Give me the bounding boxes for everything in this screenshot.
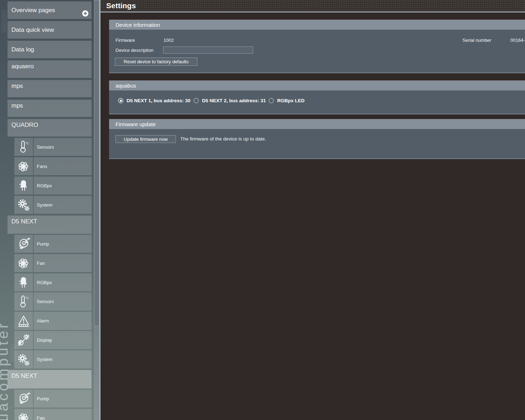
sidebar-item-label: Overview pages	[11, 7, 55, 14]
sidebar-subitem-d5next1-rgbpx[interactable]: RGBpx	[8, 273, 92, 291]
panel-header: Device information	[109, 20, 525, 30]
sidebar-device-d5next-1[interactable]: D5 NEXT	[8, 216, 92, 234]
title-separator	[100, 11, 525, 13]
device-label: QUADRO	[11, 122, 38, 128]
sidebar-subitem-d5next2-fan[interactable]: Fan	[8, 409, 92, 420]
sidebar-device-quadro[interactable]: QUADRO	[8, 119, 92, 137]
panel-title: Firmware update	[116, 121, 156, 127]
panel-header: aquabus	[109, 80, 525, 90]
sidebar-subitem-d5next1-pump[interactable]: Pump	[8, 235, 92, 253]
sidebar-subitem-d5next1-alarm[interactable]: Alarm	[8, 312, 92, 330]
panel-title: aquabus	[116, 83, 136, 89]
fan-icon	[14, 409, 33, 420]
device-label: D5 NEXT	[11, 218, 37, 225]
panel-title: Device information	[116, 22, 160, 28]
sidebar-subitem-quadro-fans[interactable]: Fans	[8, 157, 92, 175]
device-label: mps	[11, 102, 23, 109]
subitem-label: Fans	[37, 164, 47, 169]
sidebar-item-data-quick-view[interactable]: Data quick view	[8, 21, 92, 39]
sidebar-subitem-quadro-sensors[interactable]: Sensors	[8, 138, 92, 156]
sidebar-subitem-d5next2-pump[interactable]: Pump	[8, 390, 92, 407]
subitem-label: System	[37, 357, 52, 362]
serial-number-label: Serial number	[462, 38, 491, 43]
sidebar-item-data-log[interactable]: Data log	[8, 41, 92, 58]
decorative-dots	[1, 10, 6, 33]
subitem-label: RGBpx	[37, 183, 52, 188]
gears-icon	[14, 350, 33, 369]
firmware-status-text: The firmware of the device is up to date…	[180, 135, 266, 143]
aquasuite-window: aquacomputer Overview pages Data quick v…	[0, 0, 525, 420]
thermometer-icon	[14, 138, 33, 156]
device-label: D5 NEXT	[11, 372, 37, 379]
led-icon	[14, 177, 33, 194]
pump-icon	[14, 235, 33, 253]
fan-icon	[14, 254, 33, 272]
radio-label: D5 NEXT 2, bus address: 31	[202, 98, 266, 103]
sidebar-subitem-d5next1-display[interactable]: Display	[8, 331, 92, 349]
gears-icon	[14, 196, 33, 214]
radio-icon	[269, 98, 274, 103]
sidebar-subitem-quadro-system[interactable]: System	[8, 196, 92, 214]
sidebar-device-aquaero[interactable]: aquaero	[8, 60, 92, 78]
radio-rgbpx-led[interactable]: RGBpx LED	[269, 98, 305, 103]
led-icon	[14, 273, 33, 291]
radio-d5next1-bus30[interactable]: D5 NEXT 1, bus address: 30	[118, 98, 191, 103]
firmware-update-panel: Firmware update Update firmware now The …	[109, 119, 525, 159]
page-title: Settings	[106, 1, 136, 10]
scrollbar-thumb[interactable]	[94, 0, 99, 326]
device-label: aquaero	[11, 63, 34, 70]
alarm-icon	[14, 312, 33, 330]
radio-label: RGBpx LED	[277, 98, 305, 103]
page-title-bar: Settings	[100, 0, 525, 11]
aquabus-panel: aquabus D5 NEXT 1, bus address: 30 D5 NE…	[109, 80, 525, 114]
display-icon	[14, 331, 33, 349]
sidebar-device-mps-2[interactable]: mps	[8, 100, 92, 117]
firmware-label: Firmware	[116, 38, 135, 43]
subitem-label: Fan	[37, 261, 45, 266]
subitem-label: Pump	[37, 396, 49, 401]
sidebar-subitem-d5next1-sensors[interactable]: Sensors	[8, 292, 92, 311]
sidebar-item-overview-pages[interactable]: Overview pages	[8, 1, 92, 19]
reset-factory-defaults-button[interactable]: Reset device to factory defaults	[115, 58, 197, 66]
add-overview-page-icon[interactable]	[82, 10, 89, 17]
sidebar-subitem-d5next1-system[interactable]: System	[8, 350, 92, 369]
settings-page: Settings Device information Firmware 100…	[100, 0, 525, 420]
panel-header: Firmware update	[109, 119, 525, 129]
sidebar-item-label: Data quick view	[11, 26, 54, 34]
device-description-input[interactable]	[163, 46, 253, 54]
radio-icon	[118, 98, 123, 103]
update-firmware-button[interactable]: Update firmware now	[116, 135, 176, 143]
sidebar-subitem-quadro-rgbpx[interactable]: RGBpx	[8, 177, 92, 194]
subitem-label: Fan	[37, 415, 45, 420]
sidebar-subitem-d5next1-fan[interactable]: Fan	[8, 254, 92, 272]
firmware-value: 1002	[163, 38, 174, 43]
radio-icon	[193, 98, 199, 103]
subitem-label: RGBpx	[37, 280, 52, 285]
subitem-label: Pump	[37, 241, 49, 247]
pump-icon	[14, 390, 33, 407]
radio-d5next2-bus31[interactable]: D5 NEXT 2, bus address: 31	[193, 98, 266, 103]
thermometer-icon	[14, 292, 33, 311]
device-information-panel: Device information Firmware 1002 Serial …	[109, 20, 525, 73]
fan-icon	[14, 157, 33, 175]
sidebar: aquacomputer Overview pages Data quick v…	[0, 0, 94, 420]
subitem-label: Alarm	[37, 318, 49, 323]
sidebar-item-label: Data log	[11, 46, 34, 53]
device-description-label: Device description	[116, 48, 153, 53]
sidebar-nav: Overview pages Data quick view Data log …	[8, 0, 92, 420]
aquabus-options: D5 NEXT 1, bus address: 30 D5 NEXT 2, bu…	[109, 90, 525, 114]
subitem-label: System	[37, 202, 52, 208]
sidebar-device-mps-1[interactable]: mps	[8, 80, 92, 97]
subitem-label: Sensors	[37, 299, 54, 304]
radio-label: D5 NEXT 1, bus address: 30	[127, 98, 191, 103]
subitem-label: Display	[37, 337, 52, 343]
sidebar-scrollbar[interactable]	[94, 0, 100, 420]
serial-number-value: 00164-	[510, 38, 525, 43]
subitem-label: Sensors	[37, 144, 54, 150]
sidebar-device-d5next-2[interactable]: D5 NEXT	[8, 370, 92, 389]
device-label: mps	[11, 83, 23, 89]
